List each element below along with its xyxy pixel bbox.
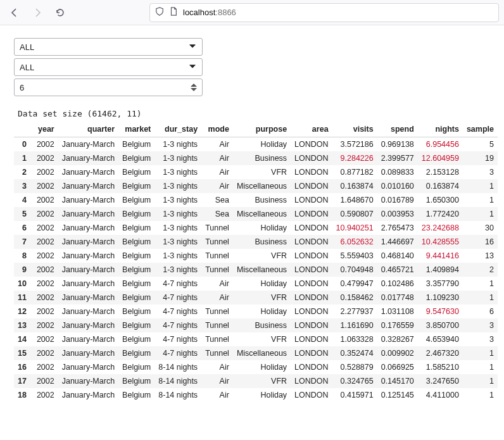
- cell-dur_stay: 4-7 nights: [154, 305, 201, 318]
- cell-dur_stay: 1-3 nights: [154, 235, 201, 249]
- cell-area: LONDON: [291, 346, 332, 360]
- cell-purpose: Holiday: [233, 388, 291, 402]
- cell-year: 2002: [33, 249, 58, 263]
- cell-purpose: Business: [233, 235, 291, 249]
- table-row: 172002January-MarchBelgium8-14 nightsAir…: [14, 374, 498, 388]
- forward-button[interactable]: [28, 3, 47, 22]
- row-index: 5: [14, 207, 33, 221]
- table-row: 62002January-MarchBelgium1-3 nightsTunne…: [14, 221, 498, 235]
- cell-market: Belgium: [118, 388, 154, 402]
- cell-dur_stay: 1-3 nights: [154, 207, 201, 221]
- cell-visits: 0.877182: [332, 165, 377, 179]
- cell-sample: 1: [463, 193, 498, 207]
- cell-purpose: Holiday: [233, 137, 291, 152]
- cell-quarter: January-March: [58, 207, 118, 221]
- cell-year: 2002: [33, 305, 58, 318]
- cell-quarter: January-March: [58, 235, 118, 249]
- cell-dur_stay: 1-3 nights: [154, 179, 201, 193]
- cell-spend: 1.031108: [377, 305, 418, 318]
- cell-spend: 0.176559: [377, 318, 418, 332]
- table-row: 102002January-MarchBelgium4-7 nightsAirH…: [14, 277, 498, 291]
- cell-market: Belgium: [118, 360, 154, 374]
- cell-nights: 2.467320: [418, 346, 463, 360]
- cell-purpose: Holiday: [233, 305, 291, 318]
- row-index: 10: [14, 277, 33, 291]
- cell-sample: 1: [463, 346, 498, 360]
- cell-sample: 3: [463, 318, 498, 332]
- cell-spend: 0.016789: [377, 193, 418, 207]
- spinner-up-icon[interactable]: [191, 83, 197, 87]
- cell-purpose: Miscellaneous: [233, 346, 291, 360]
- cell-quarter: January-March: [58, 179, 118, 193]
- cell-market: Belgium: [118, 291, 154, 305]
- cell-nights: 1.650300: [418, 193, 463, 207]
- cell-nights: 3.357790: [418, 277, 463, 291]
- cell-dur_stay: 1-3 nights: [154, 193, 201, 207]
- cell-sample: 1: [463, 207, 498, 221]
- select-1[interactable]: ALL: [14, 38, 203, 56]
- cell-dur_stay: 1-3 nights: [154, 249, 201, 263]
- cell-dur_stay: 8-14 nights: [154, 388, 201, 402]
- spinner-arrows[interactable]: [191, 80, 199, 94]
- cell-purpose: Business: [233, 151, 291, 165]
- cell-visits: 1.063328: [332, 332, 377, 346]
- cell-visits: 10.940251: [332, 221, 377, 235]
- cell-market: Belgium: [118, 235, 154, 249]
- cell-mode: Air: [201, 137, 233, 152]
- chevron-down-icon: [188, 62, 197, 73]
- table-row: 112002January-MarchBelgium4-7 nightsAirV…: [14, 291, 498, 305]
- cell-sample: 30: [463, 221, 498, 235]
- cell-spend: 0.145170: [377, 374, 418, 388]
- dataset-size-label: Data set size (61462, 11): [14, 99, 490, 122]
- cell-visits: 1.648670: [332, 193, 377, 207]
- cell-visits: 0.352474: [332, 346, 377, 360]
- cell-spend: 0.328267: [377, 332, 418, 346]
- cell-nights: 12.604959: [418, 151, 463, 165]
- row-index: 6: [14, 221, 33, 235]
- url-bar[interactable]: localhost:8866: [149, 3, 499, 22]
- cell-mode: Sea: [201, 207, 233, 221]
- cell-year: 2002: [33, 221, 58, 235]
- table-row: 32002January-MarchBelgium1-3 nightsAirMi…: [14, 179, 498, 193]
- cell-dur_stay: 1-3 nights: [154, 221, 201, 235]
- cell-sample: 1: [463, 277, 498, 291]
- col-header-spend: spend: [377, 122, 418, 137]
- cell-dur_stay: 4-7 nights: [154, 291, 201, 305]
- cell-area: LONDON: [291, 305, 332, 318]
- col-header-nights: nights: [418, 122, 463, 137]
- cell-nights: 4.653940: [418, 332, 463, 346]
- cell-spend: 0.465721: [377, 263, 418, 277]
- cell-area: LONDON: [291, 221, 332, 235]
- cell-nights: 9.441416: [418, 249, 463, 263]
- table-row: 182002January-MarchBelgium8-14 nightsAir…: [14, 388, 498, 402]
- spinner-down-icon[interactable]: [191, 87, 197, 92]
- row-index: 12: [14, 305, 33, 318]
- cell-sample: 1: [463, 360, 498, 374]
- cell-year: 2002: [33, 137, 58, 152]
- cell-year: 2002: [33, 291, 58, 305]
- reload-button[interactable]: [51, 3, 70, 22]
- cell-dur_stay: 4-7 nights: [154, 332, 201, 346]
- numeric-spinner[interactable]: 6: [14, 79, 203, 96]
- cell-sample: 5: [463, 137, 498, 152]
- table-row: 122002January-MarchBelgium4-7 nightsTunn…: [14, 305, 498, 318]
- col-header-purpose: purpose: [233, 122, 291, 137]
- shield-icon: [155, 7, 164, 18]
- cell-area: LONDON: [291, 291, 332, 305]
- cell-year: 2002: [33, 193, 58, 207]
- col-header-dur_stay: dur_stay: [154, 122, 201, 137]
- cell-mode: Air: [201, 374, 233, 388]
- cell-nights: 2.153128: [418, 165, 463, 179]
- cell-sample: 1: [463, 179, 498, 193]
- cell-mode: Tunnel: [201, 221, 233, 235]
- back-button[interactable]: [5, 3, 24, 22]
- col-header-area: area: [291, 122, 332, 137]
- cell-mode: Air: [201, 388, 233, 402]
- cell-mode: Air: [201, 151, 233, 165]
- select-2[interactable]: ALL: [14, 58, 203, 76]
- cell-area: LONDON: [291, 249, 332, 263]
- cell-nights: 3.850700: [418, 318, 463, 332]
- cell-purpose: VFR: [233, 332, 291, 346]
- table-row: 162002January-MarchBelgium8-14 nightsAir…: [14, 360, 498, 374]
- cell-quarter: January-March: [58, 388, 118, 402]
